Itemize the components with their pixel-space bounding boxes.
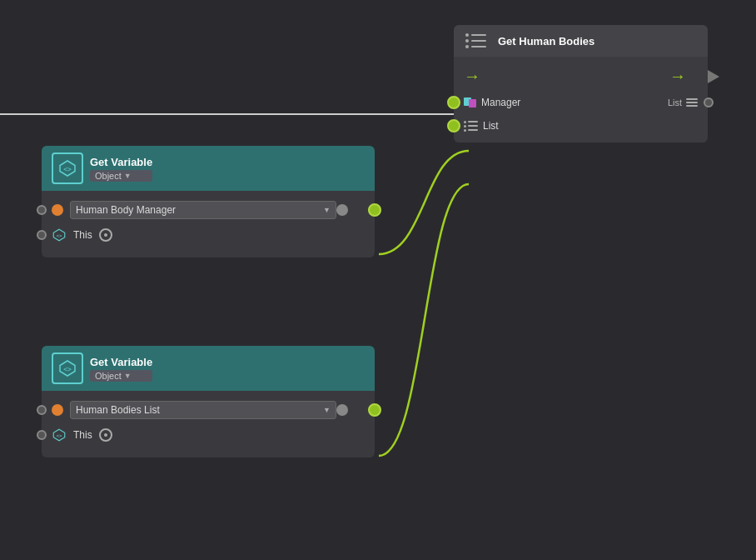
get-variable-1-header: <> Get Variable Object ▼: [42, 146, 375, 191]
dropdown-1[interactable]: Human Body Manager ▼: [70, 201, 336, 219]
object-badge-1[interactable]: Object ▼: [90, 170, 152, 182]
get-human-bodies-node: Get Human Bodies → → Manager: [454, 25, 708, 142]
cube-icon-small-2: <>: [52, 428, 67, 442]
var-row-1-right-port: [368, 203, 381, 217]
exec-out-port: [708, 70, 719, 83]
manager-label: Manager: [481, 97, 668, 108]
node-canvas: Get Human Bodies → → Manager: [0, 0, 756, 560]
list-icon: [464, 121, 478, 132]
get-variable-1-title: Get Variable: [90, 156, 152, 168]
var-row-2: Human Bodies List ▼: [42, 396, 375, 424]
var-cube-row-2-left-port: [37, 430, 47, 440]
var-icon-1: <>: [52, 152, 83, 184]
orange-dot-2: [52, 404, 63, 416]
exec-in-arrow: →: [464, 67, 480, 86]
svg-text:<>: <>: [56, 432, 62, 438]
gray-dot-2: [336, 404, 348, 416]
list-row: List: [454, 114, 708, 138]
dropdown-1-arrow: ▼: [323, 206, 331, 214]
this-label-2: This: [73, 429, 92, 441]
dropdown-2[interactable]: Human Bodies List ▼: [70, 401, 336, 419]
object-badge-2[interactable]: Object ▼: [90, 370, 152, 382]
object-badge-2-label: Object: [95, 371, 122, 381]
bottom-padding-2: [42, 446, 375, 452]
var-row-2-left-port: [37, 405, 47, 415]
get-variable-1-node: <> Get Variable Object ▼ Human Body Mana…: [42, 146, 375, 258]
dropdown-arrow-1: ▼: [124, 172, 132, 180]
var-row-1: Human Body Manager ▼: [42, 196, 375, 224]
manager-port-right: [704, 98, 714, 108]
manager-port-left: [447, 96, 460, 109]
get-human-bodies-title: Get Human Bodies: [498, 35, 594, 48]
list-lines-icon: [686, 98, 698, 107]
manager-type-label: List: [668, 98, 682, 108]
get-variable-2-title: Get Variable: [90, 356, 152, 368]
target-icon-1: [99, 228, 112, 242]
var-row-2-right-port: [368, 403, 381, 417]
manager-type-area: List: [668, 98, 698, 108]
var-icon-2: <>: [52, 352, 83, 384]
dropdown-2-arrow: ▼: [323, 406, 331, 414]
this-label-1: This: [73, 229, 92, 241]
get-variable-1-header-text: Get Variable Object ▼: [90, 156, 152, 182]
var-row-1-left-port: [37, 205, 47, 215]
get-variable-1-body: Human Body Manager ▼ <> This: [42, 191, 375, 258]
bottom-padding-1: [42, 246, 375, 252]
get-human-bodies-header: Get Human Bodies: [454, 25, 708, 57]
get-variable-2-header: <> Get Variable Object ▼: [42, 346, 375, 391]
var-cube-row-2: <> This: [42, 424, 375, 446]
dropdown-1-label: Human Body Manager: [76, 204, 176, 216]
get-variable-2-header-text: Get Variable Object ▼: [90, 356, 152, 382]
dropdown-arrow-2: ▼: [124, 372, 132, 380]
var-cube-row-1: <> This: [42, 224, 375, 246]
exec-row: → →: [454, 62, 708, 91]
var-cube-row-1-left-port: [37, 230, 47, 240]
svg-text:<>: <>: [63, 366, 72, 373]
svg-text:<>: <>: [56, 232, 62, 238]
manager-icon: [464, 98, 476, 108]
get-variable-2-node: <> Get Variable Object ▼ Human Bodies Li…: [42, 346, 375, 458]
get-human-bodies-body: → → Manager List: [454, 57, 708, 142]
get-variable-2-body: Human Bodies List ▼ <> This: [42, 391, 375, 458]
list-port-left: [447, 119, 460, 132]
cube-icon-small-1: <>: [52, 228, 67, 242]
svg-text:<>: <>: [63, 166, 72, 173]
exec-out-arrow: →: [669, 67, 686, 86]
target-icon-2: [99, 428, 112, 442]
orange-dot-1: [52, 204, 63, 216]
list-label: List: [483, 120, 698, 132]
manager-row: Manager List: [454, 91, 708, 114]
list-header-icon: [465, 33, 486, 48]
object-badge-1-label: Object: [95, 171, 122, 181]
gray-dot-1: [336, 204, 348, 216]
dropdown-2-label: Human Bodies List: [76, 404, 160, 416]
